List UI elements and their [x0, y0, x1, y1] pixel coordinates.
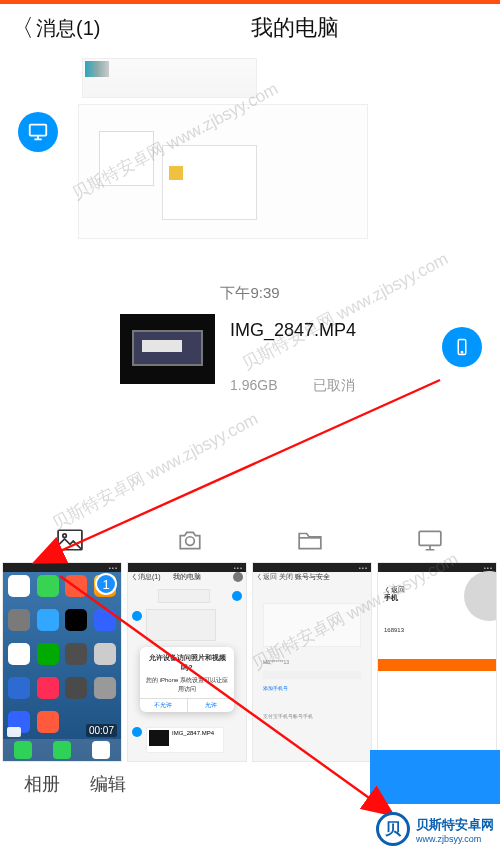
file-name: IMG_2847.MP4	[230, 320, 356, 341]
large-circle-overlay	[464, 571, 497, 621]
svg-point-6	[186, 537, 195, 546]
tab-edit[interactable]: 编辑	[90, 772, 126, 796]
chevron-left-icon: 〈	[10, 16, 34, 40]
message-thumbnail-prev[interactable]	[82, 58, 257, 98]
svg-point-3	[461, 352, 463, 354]
svg-point-5	[63, 534, 66, 537]
video-duration: 00:07	[86, 724, 117, 737]
back-button[interactable]: 〈 消息(1)	[10, 15, 100, 42]
logo-ring-icon: 贝	[376, 812, 410, 846]
tray-thumb-4[interactable]: ••• く返回 手机 168913 该手机号已与另一帐号绑定，请更换手机号	[377, 562, 497, 762]
svg-rect-1	[30, 125, 47, 136]
source-logo: 贝 贝斯特安卓网 www.zjbsyy.com	[376, 812, 494, 846]
back-label: 消息(1)	[36, 15, 100, 42]
permission-popup: 允许设备访问照片和视频吗? 您的 iPhone 系统设置可以让应用访问 不允许 …	[140, 647, 234, 712]
message-bubble-screenshot[interactable]	[78, 104, 368, 239]
attach-folder-button[interactable]	[296, 526, 324, 554]
attachment-type-bar	[0, 520, 500, 560]
attach-computer-button[interactable]	[416, 526, 444, 554]
tray-thumb-3[interactable]: ••• く返回 关闭 账号与安全 M8*******13 添加手机号 支付宝手机…	[252, 562, 372, 762]
phone-icon	[453, 334, 471, 360]
attach-camera-button[interactable]	[176, 526, 204, 554]
photo-tray: ••• 00:07 1 ••• く消息(1) 我的电脑	[0, 560, 500, 804]
camera-icon	[177, 528, 203, 552]
tray-thumb-2[interactable]: ••• く消息(1) 我的电脑 允许设备访问照片和视频吗? 您的 iPhone …	[127, 562, 247, 762]
avatar-self[interactable]	[442, 327, 482, 367]
nav-bar: 〈 消息(1) 我的电脑	[0, 4, 500, 52]
attach-photo-button[interactable]	[56, 526, 84, 554]
chat-area: 下午9:39 IMG_2847.MP4 1.96GB 已取消	[0, 52, 500, 520]
send-button[interactable]	[370, 750, 500, 804]
tray-thumb-1[interactable]: ••• 00:07 1	[2, 562, 122, 762]
monitor-icon	[27, 121, 49, 143]
thumbnail-strip[interactable]: ••• 00:07 1 ••• く消息(1) 我的电脑	[0, 560, 500, 764]
folder-icon	[297, 528, 323, 552]
file-thumbnail	[120, 314, 215, 384]
tab-album[interactable]: 相册	[24, 772, 60, 796]
message-file-bubble[interactable]: IMG_2847.MP4 1.96GB 已取消	[120, 314, 410, 414]
selection-badge: 1	[95, 573, 117, 595]
video-badge-icon	[7, 727, 21, 737]
avatar-pc[interactable]	[18, 112, 58, 152]
tray-tabs: 相册 编辑	[0, 764, 500, 804]
timestamp: 下午9:39	[0, 284, 500, 303]
page-title: 我的电脑	[251, 13, 339, 43]
file-size: 1.96GB	[230, 377, 277, 393]
svg-rect-7	[419, 531, 441, 545]
file-status: 已取消	[313, 377, 355, 395]
picture-icon	[57, 528, 83, 552]
monitor-small-icon	[417, 528, 443, 552]
